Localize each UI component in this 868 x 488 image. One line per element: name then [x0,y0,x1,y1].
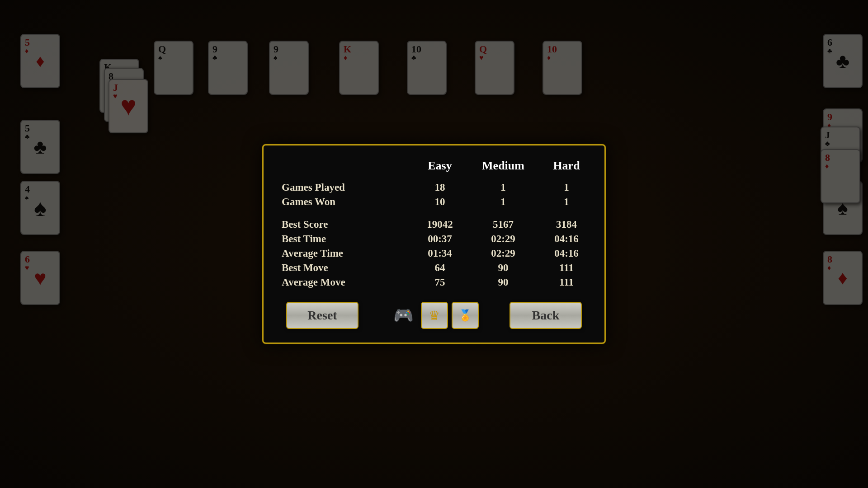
row-games-played: Games Played 18 1 1 [282,182,586,193]
label-best-score: Best Score [282,219,408,230]
val-avg-time-easy: 01:34 [408,248,472,259]
val-best-move-easy: 64 [408,262,472,274]
row-best-move: Best Move 64 90 111 [282,262,586,274]
label-avg-move: Average Move [282,277,408,288]
val-games-played-medium: 1 [472,182,535,193]
col-easy: Easy [408,159,472,173]
val-best-score-easy: 19042 [408,219,472,230]
val-best-score-hard: 3184 [535,219,598,230]
val-best-time-medium: 02:29 [472,233,535,245]
val-avg-move-medium: 90 [472,277,535,288]
back-button[interactable]: Back [509,302,582,329]
val-best-time-hard: 04:16 [535,233,598,245]
gamepad-icon: 🎮 [393,306,414,324]
gamepad-button[interactable]: 🎮 [393,306,414,325]
row-games-won: Games Won 10 1 1 [282,196,586,208]
label-avg-time: Average Time [282,248,408,259]
label-best-move: Best Move [282,262,408,274]
trophy-button[interactable]: 🏅 [452,302,479,329]
val-avg-move-hard: 111 [535,277,598,288]
val-avg-time-hard: 04:16 [535,248,598,259]
col-hard: Hard [535,159,598,173]
val-games-won-hard: 1 [535,196,598,208]
val-games-won-easy: 10 [408,196,472,208]
val-games-played-easy: 18 [408,182,472,193]
val-games-won-medium: 1 [472,196,535,208]
val-best-move-hard: 111 [535,262,598,274]
stats-header: Easy Medium Hard [282,159,586,173]
crown-button[interactable]: ♛ [421,302,448,329]
val-avg-time-medium: 02:29 [472,248,535,259]
row-best-score: Best Score 19042 5167 3184 [282,219,586,230]
trophy-icon: 🏅 [458,309,472,322]
stats-dialog: Easy Medium Hard Games Played 18 1 1 Gam… [262,144,606,344]
row-avg-time: Average Time 01:34 02:29 04:16 [282,248,586,259]
label-best-time: Best Time [282,233,408,245]
val-games-played-hard: 1 [535,182,598,193]
crown-icon: ♛ [429,308,440,323]
button-row: Reset 🎮 ♛ 🏅 Back [282,302,586,329]
row-avg-move: Average Move 75 90 111 [282,277,586,288]
reset-button[interactable]: Reset [286,302,359,329]
val-best-time-easy: 00:37 [408,233,472,245]
row-best-time: Best Time 00:37 02:29 04:16 [282,233,586,245]
label-games-played: Games Played [282,182,408,193]
icon-buttons-group: 🎮 ♛ 🏅 [390,302,479,329]
val-best-score-medium: 5167 [472,219,535,230]
val-avg-move-easy: 75 [408,277,472,288]
col-medium: Medium [472,159,535,173]
label-games-won: Games Won [282,196,408,208]
val-best-move-medium: 90 [472,262,535,274]
